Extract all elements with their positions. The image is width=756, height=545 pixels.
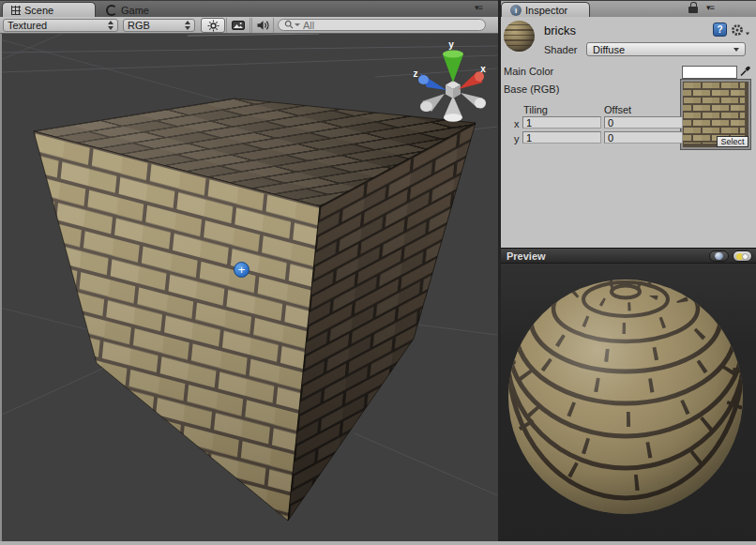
scene-lighting-button[interactable] [201, 18, 225, 33]
gizmo-y-cone-cap [443, 51, 463, 58]
inspector-tabbar: i Inspector ▾≡ [501, 0, 756, 17]
tab-inspector-label: Inspector [525, 5, 567, 16]
material-name: bricks [544, 23, 576, 38]
eyedropper-icon[interactable] [739, 64, 751, 77]
gizmo-z-label: z [414, 68, 418, 79]
offset-x-input[interactable] [604, 116, 683, 129]
color-mode-value: RGB [128, 20, 181, 31]
image-icon [232, 21, 245, 30]
search-filter-arrow-icon[interactable] [295, 23, 300, 26]
main-color-label: Main Color [504, 66, 553, 77]
axis-y-label: y [514, 133, 520, 144]
scene-tabbar: Scene Game ▾≡ [0, 0, 498, 17]
offset-y-input[interactable] [604, 131, 683, 144]
gizmo-center-cube [446, 81, 461, 98]
updown-arrows-icon [185, 21, 190, 30]
window-bottom-edge [0, 541, 756, 545]
shader-dropdown[interactable]: Diffuse [586, 42, 746, 56]
gizmo-y-cone[interactable] [443, 54, 463, 83]
speaker-icon [257, 20, 269, 31]
inspector-body: bricks Shader Diffuse ? Main Color Base … [501, 17, 756, 248]
tiling-y-input[interactable] [522, 131, 601, 144]
shader-value: Diffuse [593, 44, 733, 55]
scene-viewport[interactable]: y z x [0, 34, 498, 541]
draw-mode-value: Textured [8, 20, 104, 31]
tab-inspector[interactable]: i Inspector [501, 2, 590, 18]
scene-grid-icon [11, 6, 21, 15]
tab-scene[interactable]: Scene [2, 2, 96, 18]
info-icon: i [510, 5, 522, 16]
updown-arrows-icon [108, 21, 113, 30]
scene-panel-menu-icon[interactable]: ▾≡ [475, 3, 482, 12]
shader-label: Shader [544, 44, 577, 55]
search-input[interactable] [303, 20, 479, 31]
unity-editor-window: Scene Game ▾≡ Textured RGB [0, 0, 756, 545]
gizmo-x-label: x [480, 64, 486, 74]
dropdown-arrow-icon [733, 48, 739, 52]
preview-add-button[interactable]: + [234, 262, 249, 278]
axis-gizmo[interactable]: y z x [414, 39, 487, 122]
light-white-icon [742, 253, 748, 260]
tab-game[interactable]: Game [98, 2, 182, 18]
color-mode-dropdown[interactable]: RGB [123, 19, 195, 32]
sun-icon [207, 20, 219, 32]
material-preview-sphere [501, 264, 756, 541]
base-texture-label: Base (RGB) [504, 83, 559, 95]
gizmo-z-cone-cap [418, 75, 429, 84]
texture-select-button[interactable]: Select [717, 136, 748, 147]
base-texture-thumbnail[interactable]: Select [681, 80, 750, 149]
panel-divider[interactable] [498, 0, 501, 545]
scene-3d-view: y z x [0, 34, 498, 541]
material-preview-ball [504, 21, 535, 52]
tab-game-label: Game [121, 5, 149, 16]
preview-title: Preview [507, 250, 709, 262]
lock-icon[interactable] [688, 7, 698, 13]
gear-dropdown-arrow-icon [746, 33, 749, 36]
scene-toolbar: Textured RGB [0, 17, 498, 34]
preview-body[interactable] [501, 264, 756, 541]
scene-search-field[interactable] [278, 19, 486, 31]
tiling-x-input[interactable] [522, 116, 601, 129]
gizmo-y-label: y [448, 39, 454, 50]
gear-icon [731, 23, 744, 37]
scene-effects-button[interactable] [226, 18, 250, 33]
main-color-swatch[interactable] [682, 66, 737, 79]
inspector-panel-menu-icon[interactable]: ▾≡ [706, 3, 714, 12]
scene-audio-button[interactable] [251, 18, 274, 33]
window-left-edge [0, 34, 2, 541]
tab-scene-label: Scene [24, 5, 53, 16]
draw-mode-dropdown[interactable]: Textured [3, 19, 118, 32]
offset-column-header: Offset [604, 104, 631, 115]
preview-sphere-button[interactable] [709, 250, 729, 262]
brick-texture-image [683, 82, 745, 144]
game-controller-icon [106, 5, 117, 16]
help-icon[interactable]: ? [713, 23, 727, 37]
preview-header[interactable]: Preview [501, 248, 756, 264]
context-menu-button[interactable] [731, 23, 750, 37]
search-icon [284, 20, 294, 30]
preview-lighting-button[interactable] [733, 250, 752, 262]
sphere-icon [715, 252, 723, 260]
axis-x-label: x [514, 118, 520, 129]
tiling-column-header: Tiling [523, 104, 548, 115]
